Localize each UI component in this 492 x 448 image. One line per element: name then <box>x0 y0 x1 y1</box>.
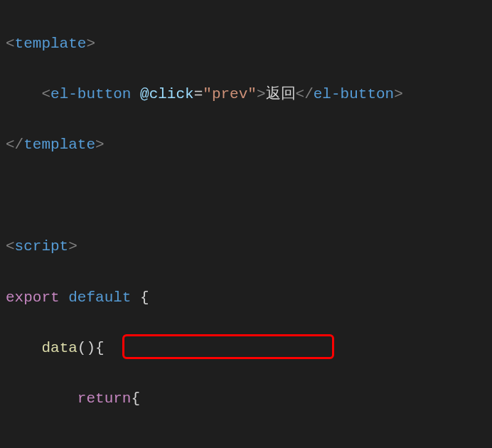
bracket: > <box>86 36 95 52</box>
parens: () <box>77 340 95 356</box>
code-line <box>6 183 486 209</box>
tag: el-button <box>314 86 394 102</box>
keyword: export <box>6 289 60 306</box>
tag: el-button <box>50 86 131 102</box>
code-line: </template> <box>6 132 486 158</box>
code-editor[interactable]: <template> <el-button @click="prev">返回</… <box>6 6 486 448</box>
code-line: <el-button @click="prev">返回</el-button> <box>6 82 486 107</box>
space <box>131 289 140 306</box>
indent <box>6 86 41 102</box>
code-line <box>6 437 486 448</box>
bracket: > <box>394 86 403 102</box>
bracket: < <box>6 238 15 255</box>
brace: { <box>95 340 105 356</box>
text: 返回 <box>266 86 296 102</box>
bracket: </ <box>296 86 314 102</box>
string-value: prev <box>212 86 247 102</box>
brace: { <box>131 390 140 407</box>
code-line: export default { <box>6 285 486 311</box>
space <box>60 289 69 306</box>
tag: script <box>15 238 69 255</box>
quote: " <box>247 86 257 102</box>
tag: template <box>15 36 87 52</box>
tag: template <box>23 137 95 153</box>
keyword: default <box>68 289 131 306</box>
brace: { <box>140 289 149 306</box>
bracket: > <box>68 238 77 255</box>
bracket: < <box>41 86 50 102</box>
bracket: > <box>257 86 266 102</box>
method: data <box>41 340 77 356</box>
quote: " <box>203 86 212 102</box>
code-line: <script> <box>6 234 486 260</box>
space <box>131 86 140 102</box>
indent <box>6 340 41 356</box>
code-line: return{ <box>6 386 486 412</box>
attribute: @click <box>140 86 194 102</box>
bracket: < <box>6 36 15 52</box>
equals: = <box>194 86 203 102</box>
bracket: </ <box>6 137 23 153</box>
keyword: return <box>77 390 132 407</box>
code-line: <template> <box>6 31 486 57</box>
indent <box>6 390 77 407</box>
bracket: > <box>95 137 105 153</box>
code-line: data(){ <box>6 336 486 361</box>
